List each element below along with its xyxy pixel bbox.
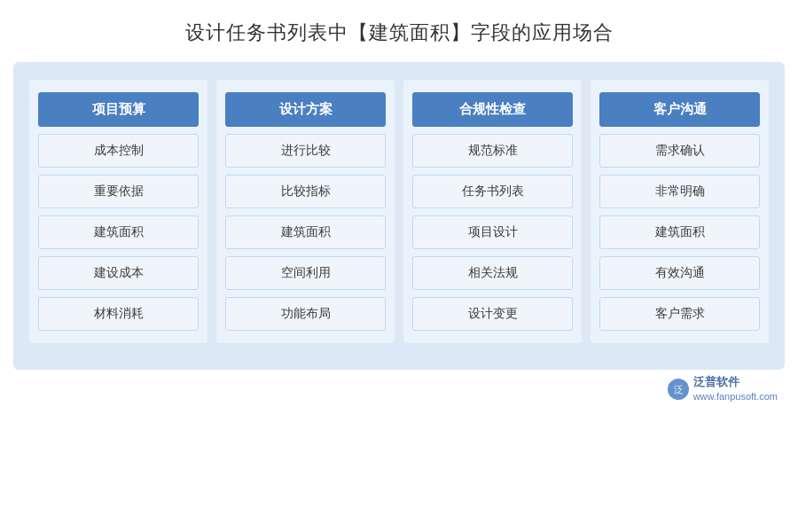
cell-col3-1: 任务书列表 [412,175,573,208]
cell-col1-2: 建筑面积 [38,215,199,249]
cell-col3-4: 设计变更 [412,297,573,331]
svg-text:泛: 泛 [673,384,683,395]
column-col4: 客户沟通需求确认非常明确建筑面积有效沟通客户需求 [591,80,769,343]
cell-col4-0: 需求确认 [599,134,760,168]
cell-col3-2: 项目设计 [412,215,573,249]
watermark-text: 泛普软件 www.fanpusoft.com [693,375,778,403]
cell-col3-3: 相关法规 [412,256,573,290]
logo-icon: 泛 [667,378,690,401]
cell-col4-4: 客户需求 [599,297,760,331]
watermark-area: 泛 泛普软件 www.fanpusoft.com [13,370,785,403]
cell-col1-0: 成本控制 [38,134,199,168]
main-container: 项目预算成本控制重要依据建筑面积建设成本材料消耗设计方案进行比较比较指标建筑面积… [13,62,785,370]
column-header-col2: 设计方案 [225,92,386,127]
cell-col3-0: 规范标准 [412,134,573,168]
page-title: 设计任务书列表中【建筑面积】字段的应用场合 [185,0,614,62]
cell-col4-1: 非常明确 [599,175,760,208]
cell-col1-3: 建设成本 [38,256,199,290]
column-col3: 合规性检查规范标准任务书列表项目设计相关法规设计变更 [403,80,582,343]
cell-col4-3: 有效沟通 [599,256,760,290]
cell-col2-0: 进行比较 [225,134,386,168]
watermark-logo: 泛 泛普软件 www.fanpusoft.com [667,375,778,403]
cell-col4-2: 建筑面积 [599,215,760,249]
cell-col1-4: 材料消耗 [38,297,199,331]
column-header-col4: 客户沟通 [599,92,760,127]
cell-col2-1: 比较指标 [225,175,386,208]
cell-col2-4: 功能布局 [225,297,386,331]
column-col1: 项目预算成本控制重要依据建筑面积建设成本材料消耗 [29,80,207,343]
column-col2: 设计方案进行比较比较指标建筑面积空间利用功能布局 [216,80,395,343]
cell-col2-3: 空间利用 [225,256,386,290]
cell-col2-2: 建筑面积 [225,215,386,249]
column-header-col1: 项目预算 [38,92,199,127]
cell-col1-1: 重要依据 [38,175,199,208]
column-header-col3: 合规性检查 [412,92,573,127]
